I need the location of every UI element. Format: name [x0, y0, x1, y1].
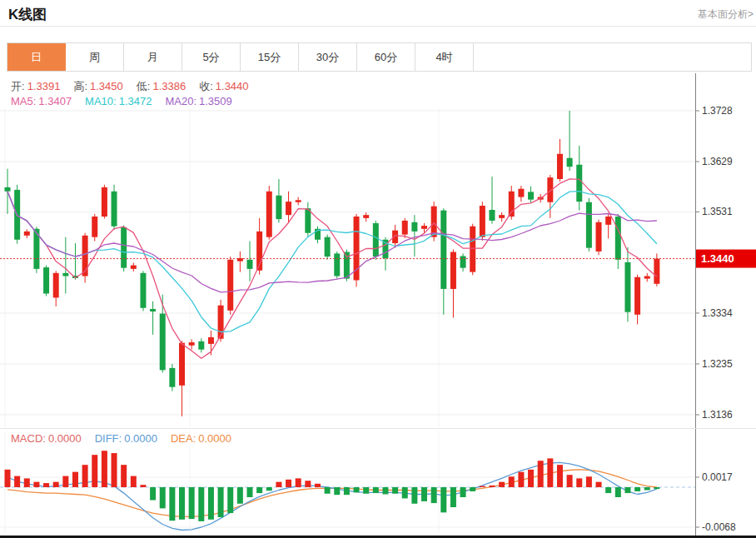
title-divider [0, 26, 756, 27]
candles-layer [5, 111, 660, 416]
macd-readout: MACD:0.0000DIFF:0.0000DEA:0.0000 [11, 432, 245, 445]
page-title: K线图 [8, 5, 47, 24]
period-tab-week[interactable]: 周 [66, 43, 124, 71]
ma-ma10-value: 1.3472 [119, 95, 152, 107]
ohlc-readout: 开:1.3391高:1.3450低:1.3386收:1.3440 [11, 79, 262, 94]
period-tab-4hour[interactable]: 4时 [415, 43, 474, 71]
ohlc-open: 开:1.3391 [11, 80, 60, 92]
ma-ma10-label: MA10: [85, 95, 117, 107]
ohlc-close-label: 收: [199, 80, 213, 92]
macd-macd-value: 0.0000 [48, 432, 82, 445]
period-tab-60min[interactable]: 60分 [357, 43, 415, 71]
macd-dea-value: 0.0000 [198, 432, 231, 445]
ohlc-low-label: 低: [137, 80, 151, 92]
macd-diff-label: DIFF: [95, 432, 122, 445]
macd-tick-0.0017: 0.0017 [702, 471, 733, 483]
panel-divider [0, 428, 756, 429]
macd-tick--0.0068: -0.0068 [702, 521, 736, 533]
ma-ma5: MA5:1.3407 [11, 95, 72, 107]
macd-diff: DIFF:0.0000 [95, 432, 157, 445]
ohlc-high-value: 1.3450 [90, 80, 123, 92]
ma-ma20-label: MA20: [165, 95, 196, 107]
ohlc-low-value: 1.3386 [152, 80, 186, 92]
macd-histogram [5, 451, 660, 521]
kline-page: 1.37281.36291.35311.33341.32351.31361.34… [0, 0, 756, 538]
period-tab-5min[interactable]: 5分 [182, 43, 241, 71]
ma-readout: MA5:1.3407MA10:1.3472MA20:1.3509 [11, 95, 246, 107]
macd-dea-label: DEA: [171, 432, 196, 445]
ma-ma20: MA20:1.3509 [165, 95, 231, 107]
ohlc-open-value: 1.3391 [27, 80, 61, 92]
period-tab-30min[interactable]: 30分 [299, 43, 357, 71]
ohlc-open-label: 开: [11, 80, 25, 92]
fundamental-analysis-link[interactable]: 基本面分析> [698, 7, 754, 22]
current-price-tag-value: 1.3440 [701, 252, 734, 265]
current-price-tag: 1.3440 [695, 250, 756, 268]
ma-ma20-value: 1.3509 [199, 95, 232, 107]
ohlc-close: 收:1.3440 [199, 80, 248, 92]
price-tick-1.3728: 1.3728 [702, 105, 733, 117]
ohlc-close-value: 1.3440 [216, 80, 249, 92]
period-tab-day[interactable]: 日 [7, 43, 66, 71]
ohlc-high: 高:1.3450 [73, 80, 122, 92]
ma-ma5-label: MA5: [11, 95, 36, 107]
price-tick-1.3531: 1.3531 [702, 206, 733, 217]
macd-diff-value: 0.0000 [124, 432, 157, 445]
price-tick-1.3629: 1.3629 [702, 156, 733, 167]
macd-macd-label: MACD: [11, 432, 46, 445]
ma-ma5-value: 1.3407 [38, 95, 72, 107]
macd-panel: 0.0017-0.0068 [0, 462, 736, 533]
period-tab-bar: 日周月5分15分30分60分4时 [7, 42, 752, 72]
macd-macd: MACD:0.0000 [11, 432, 82, 445]
price-tick-1.3136: 1.3136 [702, 409, 733, 421]
price-tick-1.3334: 1.3334 [702, 307, 733, 319]
period-tab-15min[interactable]: 15分 [241, 43, 299, 71]
ohlc-low: 低:1.3386 [137, 80, 186, 92]
period-tab-month[interactable]: 月 [124, 43, 182, 71]
price-tick-1.3235: 1.3235 [702, 358, 733, 370]
ma-ma10: MA10:1.3472 [85, 95, 152, 107]
ohlc-high-label: 高: [73, 80, 87, 92]
macd-dea: DEA:0.0000 [171, 432, 231, 445]
